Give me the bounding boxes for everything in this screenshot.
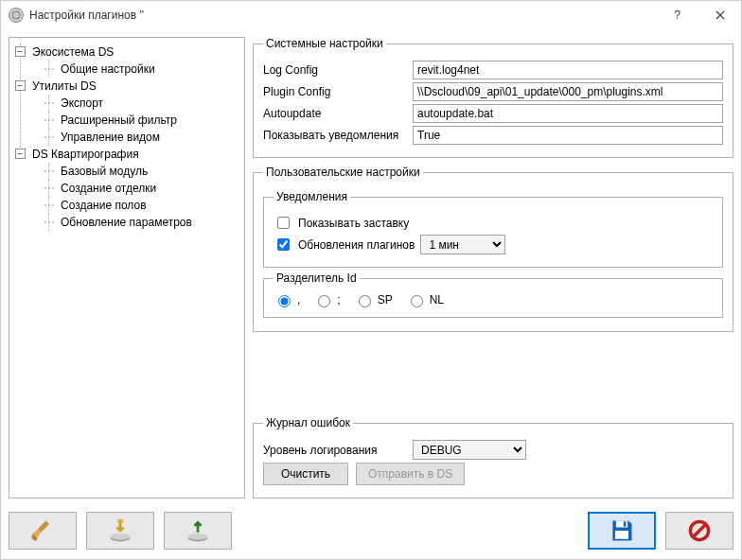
help-button[interactable]: ?: [656, 1, 698, 29]
logconfig-input[interactable]: [413, 61, 723, 79]
system-settings-group: Системные настройки Log Config Plugin Co…: [253, 37, 733, 158]
loglevel-select[interactable]: DEBUG: [413, 440, 526, 460]
sep-radio-semicolon[interactable]: ;: [313, 292, 340, 307]
tree-toggle[interactable]: −: [15, 80, 26, 91]
tree-node-label[interactable]: Утилиты DS: [32, 79, 97, 93]
loglevel-label: Уровень логирования: [263, 444, 405, 457]
svg-line-9: [693, 524, 706, 537]
tree-leaf-label[interactable]: Базовый модуль: [61, 165, 148, 178]
tree-leaf-label[interactable]: Создание полов: [61, 199, 147, 212]
cancel-button[interactable]: [665, 512, 733, 550]
svg-rect-6: [624, 521, 627, 526]
import-button[interactable]: [86, 512, 154, 550]
user-settings-legend: Пользовательские настройки: [263, 166, 423, 179]
window-title: Настройки плагинов '': [29, 9, 144, 22]
send-ds-button[interactable]: Отправить в DS: [356, 463, 465, 485]
error-log-legend: Журнал ошибок: [263, 416, 353, 429]
tree-leaf-label[interactable]: Общие настройки: [61, 62, 155, 76]
tree-pane: − Экосистема DS ⋯Общие настройки − Утили…: [9, 37, 245, 499]
shownotif-input[interactable]: [413, 126, 723, 145]
tree-toggle[interactable]: −: [15, 46, 26, 57]
tree-leaf-label[interactable]: Экспорт: [61, 96, 103, 110]
clear-log-button[interactable]: Очистить: [263, 463, 348, 485]
show-splash-label: Показывать заставку: [298, 217, 409, 230]
tree-toggle[interactable]: −: [15, 149, 26, 159]
logconfig-label: Log Config: [263, 63, 405, 77]
export-button[interactable]: [164, 512, 232, 550]
autoupdate-label: Autoupdate: [263, 107, 405, 120]
notifications-group: Уведомления Показывать заставку Обновлен…: [263, 190, 723, 268]
separator-legend: Разделитель Id: [274, 271, 360, 285]
footer: [1, 506, 741, 559]
svg-rect-2: [117, 519, 122, 523]
tree-leaf-label[interactable]: Создание отделки: [61, 182, 156, 195]
app-icon: [9, 8, 24, 23]
system-settings-legend: Системные настройки: [263, 37, 386, 50]
close-button[interactable]: [698, 1, 741, 29]
plugin-updates-checkbox[interactable]: [277, 238, 290, 251]
svg-point-4: [188, 534, 208, 540]
forbidden-icon: [686, 517, 713, 544]
error-log-group: Журнал ошибок Уровень логирования DEBUG …: [253, 416, 733, 499]
sep-radio-sp[interactable]: SP: [354, 292, 393, 307]
svg-rect-7: [615, 531, 628, 539]
sep-radio-comma[interactable]: ,: [274, 292, 300, 307]
tree-leaf-label[interactable]: Управление видом: [61, 131, 160, 144]
update-interval-select[interactable]: 1 мин: [420, 235, 505, 254]
show-splash-checkbox[interactable]: [277, 217, 290, 229]
plugin-updates-label: Обновления плагинов: [298, 238, 415, 252]
notifications-legend: Уведомления: [274, 190, 350, 203]
save-icon: [609, 517, 635, 544]
shownotif-label: Показывать уведомления: [263, 129, 405, 142]
broom-button[interactable]: [9, 512, 77, 550]
tree-node-label[interactable]: DS Квартирография: [32, 148, 139, 161]
svg-point-1: [111, 534, 131, 540]
pluginconfig-input[interactable]: [413, 82, 723, 101]
save-button[interactable]: [588, 512, 656, 550]
sep-radio-nl[interactable]: NL: [406, 292, 444, 307]
tree-node-label[interactable]: Экосистема DS: [32, 45, 114, 59]
separator-group: Разделитель Id , ; SP NL: [263, 271, 723, 318]
pluginconfig-label: Plugin Config: [263, 85, 405, 98]
user-settings-group: Пользовательские настройки Уведомления П…: [253, 166, 733, 332]
settings-tree[interactable]: − Экосистема DS ⋯Общие настройки − Утили…: [9, 44, 244, 231]
titlebar: Настройки плагинов '' ?: [1, 1, 741, 29]
tree-leaf-label[interactable]: Расширенный фильтр: [61, 114, 177, 127]
tree-leaf-label[interactable]: Обновление параметров: [61, 216, 192, 229]
right-pane: Системные настройки Log Config Plugin Co…: [253, 37, 733, 499]
autoupdate-input[interactable]: [413, 104, 723, 123]
